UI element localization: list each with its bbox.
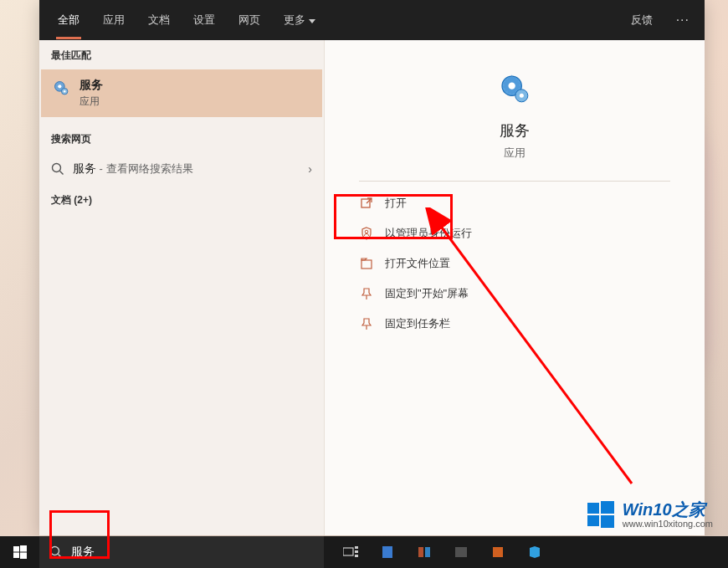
svg-line-5 [60,171,64,175]
taskbar-app-1[interactable] [369,536,406,568]
svg-point-11 [365,230,368,233]
open-icon [360,197,373,210]
tab-all[interactable]: 全部 [46,1,91,39]
win10-logo-icon [586,499,616,530]
svg-rect-17 [587,515,599,526]
taskbar-app-3[interactable] [443,536,479,568]
svg-rect-30 [418,547,423,557]
action-open[interactable]: 打开 [351,188,705,218]
tab-apps[interactable]: 应用 [91,1,136,39]
svg-rect-21 [13,553,19,559]
svg-rect-15 [587,503,599,514]
pin-taskbar-icon [360,317,373,330]
windows-logo-icon [13,545,27,559]
watermark-url: www.win10xitong.com [623,519,713,529]
app-icon [490,545,505,560]
action-run-admin[interactable]: 以管理员身份运行 [351,218,705,248]
svg-point-3 [64,90,66,93]
search-icon [49,545,63,559]
action-list: 打开 以管理员身份运行 打开文件位置 固定到"开始"屏幕 固定到任务栏 [325,188,705,339]
svg-rect-19 [13,546,19,552]
tab-settings[interactable]: 设置 [182,1,227,39]
svg-rect-26 [355,546,358,549]
app-icon [527,545,542,560]
action-open-location[interactable]: 打开文件位置 [351,248,705,279]
action-pin-taskbar-label: 固定到任务栏 [385,316,450,331]
svg-rect-25 [343,548,353,555]
chevron-right-icon: › [308,162,312,176]
taskbar [0,536,728,568]
app-icon [417,545,432,560]
details-right-column: 服务 应用 打开 以管理员身份运行 打开文件位置 固 [324,40,705,535]
search-tabs-bar: 全部 应用 文档 设置 网页 更多 反馈 ··· [39,0,705,40]
taskbar-search-box[interactable] [39,536,324,568]
svg-point-9 [520,94,524,98]
action-pin-taskbar[interactable]: 固定到任务栏 [351,309,705,339]
start-button[interactable] [0,536,39,568]
svg-point-23 [51,547,59,555]
search-web-label: 搜索网页 [39,124,324,153]
best-match-label: 最佳匹配 [39,40,324,69]
taskbar-icons [332,536,553,568]
best-match-item[interactable]: 服务 应用 [41,69,322,117]
more-options-button[interactable]: ··· [668,8,698,32]
svg-rect-32 [455,547,467,557]
services-icon [53,79,69,96]
best-match-title: 服务 [79,78,103,93]
pin-start-icon [360,287,373,300]
feedback-link[interactable]: 反馈 [623,4,661,36]
action-pin-start[interactable]: 固定到"开始"屏幕 [351,279,705,309]
watermark-title: Win10之家 [623,500,713,519]
admin-icon [360,227,373,240]
search-icon [51,162,64,176]
action-open-location-label: 打开文件位置 [385,256,450,271]
action-pin-start-label: 固定到"开始"屏幕 [385,286,469,301]
svg-rect-18 [601,515,614,528]
chevron-down-icon [309,19,315,23]
documents-label[interactable]: 文档 (2+) [39,185,324,214]
svg-rect-16 [601,501,614,514]
tab-more[interactable]: 更多 [272,1,327,39]
app-type: 应用 [504,146,525,161]
best-match-subtitle: 应用 [79,95,103,109]
services-app-icon [498,72,531,105]
svg-rect-29 [382,546,392,558]
action-open-label: 打开 [385,196,407,211]
svg-line-24 [59,555,62,558]
results-left-column: 最佳匹配 服务 应用 搜索网页 [39,40,324,535]
svg-rect-33 [493,547,503,557]
svg-rect-20 [20,545,27,552]
app-icon [380,545,395,560]
search-results-panel: 全部 应用 文档 设置 网页 更多 反馈 ··· 最佳匹配 服 [39,0,705,535]
taskbar-app-2[interactable] [406,536,443,568]
divider [359,181,670,182]
svg-rect-12 [361,260,372,269]
action-run-admin-label: 以管理员身份运行 [385,226,472,241]
svg-rect-31 [425,547,430,557]
tab-web[interactable]: 网页 [227,1,272,39]
svg-point-7 [509,83,515,90]
web-search-item[interactable]: 服务 - 查看网络搜索结果 › [39,153,324,185]
taskbar-app-4[interactable] [479,536,516,568]
app-icon [454,545,469,560]
web-search-text: 服务 - 查看网络搜索结果 [73,161,300,177]
tab-more-label: 更多 [284,13,305,28]
task-view-icon [343,546,358,558]
task-view-button[interactable] [332,536,369,568]
taskbar-app-5[interactable] [516,536,553,568]
tab-documents[interactable]: 文档 [136,1,182,39]
search-panel-body: 最佳匹配 服务 应用 搜索网页 [39,40,705,535]
taskbar-search-input[interactable] [71,545,314,559]
svg-rect-10 [361,199,370,207]
location-icon [360,257,373,270]
svg-point-4 [53,164,61,172]
svg-rect-22 [20,553,27,560]
watermark: Win10之家 www.win10xitong.com [586,499,713,530]
svg-point-1 [58,84,61,88]
app-title: 服务 [500,120,530,141]
svg-rect-27 [355,550,358,553]
svg-rect-28 [355,555,358,557]
